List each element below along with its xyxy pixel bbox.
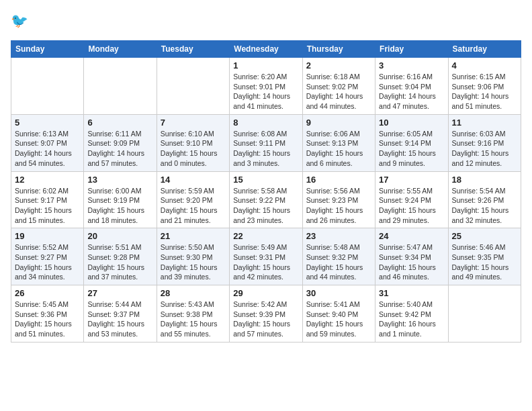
calendar-cell: 21Sunrise: 5:50 AM Sunset: 9:30 PM Dayli… — [157, 228, 229, 285]
weekday-header-thursday: Thursday — [302, 41, 375, 58]
weekday-header-tuesday: Tuesday — [157, 41, 229, 58]
calendar-cell: 18Sunrise: 5:54 AM Sunset: 9:26 PM Dayli… — [448, 171, 521, 228]
day-info: Sunrise: 6:13 AM Sunset: 9:07 PM Dayligh… — [15, 129, 80, 169]
calendar-week-row: 26Sunrise: 5:45 AM Sunset: 9:36 PM Dayli… — [11, 285, 521, 342]
calendar-cell: 6Sunrise: 6:11 AM Sunset: 9:09 PM Daylig… — [84, 114, 157, 171]
day-info: Sunrise: 5:48 AM Sunset: 9:32 PM Dayligh… — [306, 242, 371, 282]
calendar-cell: 15Sunrise: 5:58 AM Sunset: 9:22 PM Dayli… — [230, 171, 302, 228]
day-info: Sunrise: 5:41 AM Sunset: 9:40 PM Dayligh… — [306, 300, 371, 339]
weekday-header-saturday: Saturday — [448, 41, 521, 58]
day-info: Sunrise: 5:54 AM Sunset: 9:26 PM Dayligh… — [452, 186, 517, 226]
calendar-cell: 16Sunrise: 5:56 AM Sunset: 9:23 PM Dayli… — [302, 171, 375, 228]
calendar-cell: 28Sunrise: 5:43 AM Sunset: 9:38 PM Dayli… — [157, 285, 229, 342]
calendar-cell: 8Sunrise: 6:08 AM Sunset: 9:11 PM Daylig… — [230, 114, 302, 171]
calendar-cell: 7Sunrise: 6:10 AM Sunset: 9:10 PM Daylig… — [157, 114, 229, 171]
day-number: 8 — [233, 118, 298, 128]
day-number: 13 — [87, 175, 152, 185]
day-number: 11 — [452, 118, 517, 128]
day-number: 5 — [15, 118, 80, 128]
calendar-table: SundayMondayTuesdayWednesdayThursdayFrid… — [11, 40, 521, 342]
day-info: Sunrise: 5:49 AM Sunset: 9:31 PM Dayligh… — [233, 242, 298, 282]
svg-text:🐦: 🐦 — [11, 12, 28, 30]
calendar-cell: 24Sunrise: 5:47 AM Sunset: 9:34 PM Dayli… — [375, 228, 448, 285]
day-number: 21 — [161, 231, 226, 241]
weekday-header-friday: Friday — [375, 41, 448, 58]
weekday-header-monday: Monday — [84, 41, 157, 58]
day-number: 25 — [452, 231, 517, 241]
calendar-cell: 13Sunrise: 6:00 AM Sunset: 9:19 PM Dayli… — [84, 171, 157, 228]
calendar-cell: 29Sunrise: 5:42 AM Sunset: 9:39 PM Dayli… — [230, 285, 302, 342]
calendar-cell — [84, 58, 157, 115]
day-info: Sunrise: 5:51 AM Sunset: 9:28 PM Dayligh… — [87, 242, 152, 282]
day-number: 28 — [161, 288, 226, 298]
day-number: 22 — [233, 231, 298, 241]
weekday-header-wednesday: Wednesday — [230, 41, 302, 58]
day-number: 29 — [233, 288, 298, 298]
calendar-cell: 22Sunrise: 5:49 AM Sunset: 9:31 PM Dayli… — [230, 228, 302, 285]
calendar-cell: 17Sunrise: 5:55 AM Sunset: 9:24 PM Dayli… — [375, 171, 448, 228]
day-info: Sunrise: 5:50 AM Sunset: 9:30 PM Dayligh… — [161, 242, 226, 282]
day-number: 1 — [233, 60, 298, 71]
day-number: 31 — [379, 288, 444, 298]
day-number: 30 — [306, 288, 371, 298]
day-number: 7 — [161, 118, 226, 128]
weekday-header-row: SundayMondayTuesdayWednesdayThursdayFrid… — [11, 41, 521, 58]
day-info: Sunrise: 6:03 AM Sunset: 9:16 PM Dayligh… — [452, 129, 517, 169]
calendar-cell: 31Sunrise: 5:40 AM Sunset: 9:42 PM Dayli… — [375, 285, 448, 342]
day-info: Sunrise: 5:52 AM Sunset: 9:27 PM Dayligh… — [15, 242, 80, 282]
calendar-cell: 1Sunrise: 6:20 AM Sunset: 9:01 PM Daylig… — [230, 58, 302, 115]
day-info: Sunrise: 6:11 AM Sunset: 9:09 PM Dayligh… — [87, 129, 152, 169]
day-info: Sunrise: 5:45 AM Sunset: 9:36 PM Dayligh… — [15, 300, 80, 339]
day-number: 19 — [15, 231, 80, 241]
calendar-cell: 2Sunrise: 6:18 AM Sunset: 9:02 PM Daylig… — [302, 58, 375, 115]
day-number: 4 — [452, 60, 517, 71]
calendar-week-row: 5Sunrise: 6:13 AM Sunset: 9:07 PM Daylig… — [11, 114, 521, 171]
day-number: 3 — [379, 60, 444, 71]
day-number: 10 — [379, 118, 444, 128]
day-info: Sunrise: 6:05 AM Sunset: 9:14 PM Dayligh… — [379, 129, 444, 169]
day-number: 20 — [87, 231, 152, 241]
calendar-cell: 26Sunrise: 5:45 AM Sunset: 9:36 PM Dayli… — [11, 285, 84, 342]
calendar-cell: 9Sunrise: 6:06 AM Sunset: 9:13 PM Daylig… — [302, 114, 375, 171]
day-number: 6 — [87, 118, 152, 128]
day-info: Sunrise: 6:20 AM Sunset: 9:01 PM Dayligh… — [233, 72, 298, 111]
day-info: Sunrise: 6:02 AM Sunset: 9:17 PM Dayligh… — [15, 186, 80, 226]
day-info: Sunrise: 6:00 AM Sunset: 9:19 PM Dayligh… — [87, 186, 152, 226]
logo-icon: 🐦 — [11, 11, 32, 32]
day-info: Sunrise: 5:44 AM Sunset: 9:37 PM Dayligh… — [87, 300, 152, 339]
day-number: 12 — [15, 175, 80, 185]
day-number: 9 — [306, 118, 371, 128]
day-info: Sunrise: 5:59 AM Sunset: 9:20 PM Dayligh… — [161, 186, 226, 226]
day-number: 17 — [379, 175, 444, 185]
page-header: 🐦 — [11, 11, 521, 32]
day-number: 14 — [161, 175, 226, 185]
day-info: Sunrise: 6:15 AM Sunset: 9:06 PM Dayligh… — [452, 72, 517, 111]
calendar-cell: 25Sunrise: 5:46 AM Sunset: 9:35 PM Dayli… — [448, 228, 521, 285]
day-number: 2 — [306, 60, 371, 71]
logo: 🐦 — [11, 11, 35, 32]
calendar-cell: 23Sunrise: 5:48 AM Sunset: 9:32 PM Dayli… — [302, 228, 375, 285]
calendar-cell: 14Sunrise: 5:59 AM Sunset: 9:20 PM Dayli… — [157, 171, 229, 228]
day-info: Sunrise: 5:43 AM Sunset: 9:38 PM Dayligh… — [161, 300, 226, 339]
calendar-cell: 27Sunrise: 5:44 AM Sunset: 9:37 PM Dayli… — [84, 285, 157, 342]
day-number: 15 — [233, 175, 298, 185]
calendar-cell: 10Sunrise: 6:05 AM Sunset: 9:14 PM Dayli… — [375, 114, 448, 171]
calendar-cell: 11Sunrise: 6:03 AM Sunset: 9:16 PM Dayli… — [448, 114, 521, 171]
day-info: Sunrise: 6:08 AM Sunset: 9:11 PM Dayligh… — [233, 129, 298, 169]
day-info: Sunrise: 5:46 AM Sunset: 9:35 PM Dayligh… — [452, 242, 517, 282]
calendar-cell: 20Sunrise: 5:51 AM Sunset: 9:28 PM Dayli… — [84, 228, 157, 285]
day-info: Sunrise: 5:56 AM Sunset: 9:23 PM Dayligh… — [306, 186, 371, 226]
day-number: 27 — [87, 288, 152, 298]
calendar-cell — [157, 58, 229, 115]
calendar-cell: 3Sunrise: 6:16 AM Sunset: 9:04 PM Daylig… — [375, 58, 448, 115]
day-info: Sunrise: 5:40 AM Sunset: 9:42 PM Dayligh… — [379, 300, 444, 339]
day-info: Sunrise: 5:58 AM Sunset: 9:22 PM Dayligh… — [233, 186, 298, 226]
day-number: 18 — [452, 175, 517, 185]
calendar-cell: 19Sunrise: 5:52 AM Sunset: 9:27 PM Dayli… — [11, 228, 84, 285]
day-info: Sunrise: 5:42 AM Sunset: 9:39 PM Dayligh… — [233, 300, 298, 339]
day-number: 24 — [379, 231, 444, 241]
calendar-cell: 5Sunrise: 6:13 AM Sunset: 9:07 PM Daylig… — [11, 114, 84, 171]
calendar-cell — [448, 285, 521, 342]
day-info: Sunrise: 6:10 AM Sunset: 9:10 PM Dayligh… — [161, 129, 226, 169]
calendar-cell: 12Sunrise: 6:02 AM Sunset: 9:17 PM Dayli… — [11, 171, 84, 228]
